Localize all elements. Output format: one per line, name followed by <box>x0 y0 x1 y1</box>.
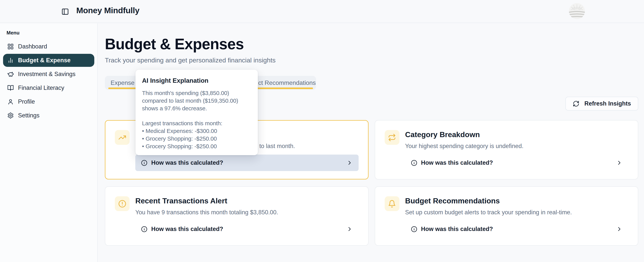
how-calculated-button[interactable]: How was this calculated? <box>135 155 358 171</box>
chevron-right-icon <box>616 226 622 232</box>
card-subtitle: Set up custom budget alerts to track you… <box>405 209 628 216</box>
tooltip-title: AI Insight Explanation <box>142 77 251 84</box>
tab-recommendations[interactable]: ct Recommendations <box>258 76 316 90</box>
sidebar-toggle-button[interactable] <box>60 6 70 16</box>
refresh-label: Refresh Insights <box>584 100 631 107</box>
card-title: Budget Recommendations <box>405 197 628 205</box>
how-calculated-button[interactable]: How was this calculated? <box>405 221 628 237</box>
tooltip-bullet: • Medical Expenses: -$300.00 <box>142 127 251 135</box>
book-open-icon <box>7 85 14 91</box>
page-title: Budget & Expenses <box>105 35 638 53</box>
sidebar-item-label: Settings <box>18 112 40 119</box>
app-header: Money Mindfully <box>0 0 644 23</box>
sidebar-item-label: Dashboard <box>18 43 47 50</box>
sidebar: Menu Dashboard Budget & Expense Investme… <box>0 23 98 262</box>
sidebar-item-investment-savings[interactable]: Investment & Savings <box>3 68 94 81</box>
info-icon <box>411 160 417 166</box>
refresh-icon <box>573 100 580 107</box>
ai-insight-tooltip: AI Insight Explanation This month's spen… <box>136 70 258 155</box>
repeat-icon <box>385 130 400 145</box>
sidebar-item-label: Profile <box>18 98 35 105</box>
bar-chart-icon <box>7 57 14 64</box>
tooltip-paragraph: This month's spending ($3,850.00) compar… <box>142 89 251 112</box>
card-subtitle: You have 9 transactions this month total… <box>135 209 358 216</box>
sidebar-item-financial-literacy[interactable]: Financial Literacy <box>3 81 94 94</box>
how-calculated-label: How was this calculated? <box>421 159 493 166</box>
page-subtitle: Track your spending and get personalized… <box>105 56 638 64</box>
alert-circle-icon <box>115 196 130 211</box>
info-icon <box>141 160 148 166</box>
sidebar-menu-label: Menu <box>6 30 97 36</box>
sidebar-item-label: Financial Literacy <box>18 84 64 91</box>
tooltip-bullet: • Grocery Shopping: -$250.00 <box>142 135 251 143</box>
refresh-insights-button[interactable]: Refresh Insights <box>566 97 638 110</box>
sidebar-item-label: Budget & Expense <box>18 57 70 64</box>
tooltip-bullet: • Grocery Shopping: -$250.00 <box>142 143 251 150</box>
card-budget-recommendations: Budget Recommendations Set up custom bud… <box>375 186 638 246</box>
card-title: Category Breakdown <box>405 130 628 139</box>
user-avatar[interactable] <box>569 3 585 19</box>
bell-icon <box>385 196 400 211</box>
sidebar-item-profile[interactable]: Profile <box>3 95 94 108</box>
sidebar-item-label: Investment & Savings <box>18 71 76 78</box>
sidebar-item-budget-expense[interactable]: Budget & Expense <box>3 54 94 67</box>
how-calculated-button[interactable]: How was this calculated? <box>135 221 358 237</box>
sidebar-nav: Dashboard Budget & Expense Investment & … <box>0 40 97 122</box>
user-icon <box>7 98 14 105</box>
panel-left-icon <box>61 8 69 15</box>
info-icon <box>141 226 148 232</box>
sidebar-item-dashboard[interactable]: Dashboard <box>3 40 94 53</box>
how-calculated-button[interactable]: How was this calculated? <box>405 155 628 171</box>
piggy-bank-icon <box>7 71 14 77</box>
chevron-right-icon <box>616 160 622 166</box>
card-recent-transactions-alert: Recent Transactions Alert You have 9 tra… <box>105 186 368 246</box>
dashboard-icon <box>7 43 14 50</box>
how-calculated-label: How was this calculated? <box>151 226 223 233</box>
sidebar-item-settings[interactable]: Settings <box>3 109 94 122</box>
gear-icon <box>7 112 14 119</box>
app-title: Money Mindfully <box>76 6 139 15</box>
info-icon <box>411 226 417 232</box>
chevron-right-icon <box>346 226 353 232</box>
how-calculated-label: How was this calculated? <box>151 159 223 166</box>
chevron-right-icon <box>346 160 353 166</box>
card-title: Recent Transactions Alert <box>135 197 358 205</box>
card-subtitle: Your highest spending category is undefi… <box>405 142 628 150</box>
how-calculated-label: How was this calculated? <box>421 226 493 233</box>
trending-up-icon <box>115 130 130 145</box>
card-category-breakdown: Category Breakdown Your highest spending… <box>375 120 638 180</box>
tooltip-list-heading: Largest transactions this month: <box>142 119 251 127</box>
